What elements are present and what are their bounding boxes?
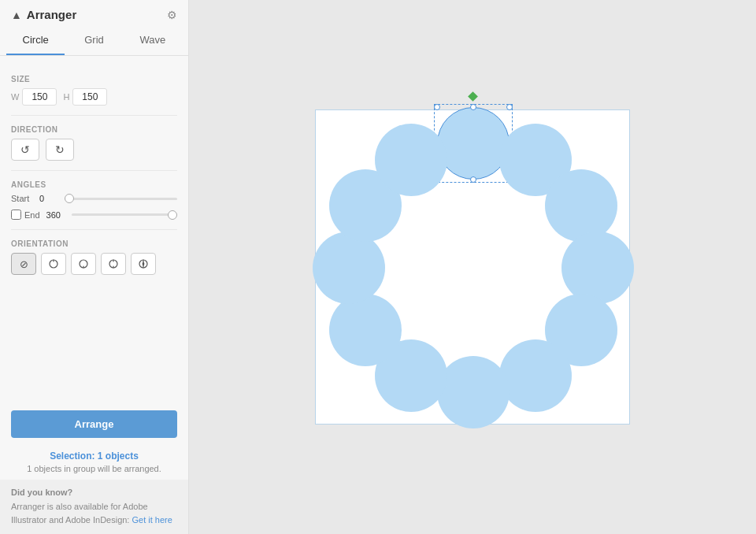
height-group: H [63, 88, 107, 106]
dyk-text: Arranger is also available for Adobe Ill… [11, 500, 177, 526]
ccw-button[interactable]: ↺ [11, 139, 39, 161]
handle-6[interactable] [470, 176, 476, 183]
orientation-row: ⊘ [11, 253, 177, 275]
tab-grid[interactable]: Grid [65, 28, 123, 55]
width-input[interactable] [22, 88, 57, 106]
sidebar: ▲ Arranger ⚙ Circle Grid Wave SIZE W H D… [0, 0, 189, 534]
cw-button[interactable]: ↻ [46, 139, 74, 161]
end-label: End [24, 210, 40, 220]
direction-row: ↺ ↻ [11, 139, 177, 161]
circle-object-6[interactable] [437, 356, 510, 428]
svg-marker-9 [143, 261, 145, 264]
header-title-row: ▲ Arranger [11, 8, 76, 21]
did-you-know: Did you know? Arranger is also available… [0, 480, 188, 534]
tab-wave[interactable]: Wave [124, 28, 182, 55]
end-value: 360 [46, 210, 65, 220]
start-angle-row: Start 0 [11, 194, 177, 203]
orient-inward-button[interactable] [131, 253, 156, 275]
size-section-label: SIZE [11, 75, 177, 83]
width-label: W [11, 92, 19, 102]
settings-icon[interactable]: ⚙ [167, 9, 177, 21]
start-angle-slider[interactable] [65, 198, 177, 200]
selection-info: Selection: 1 objects 1 objects in group … [0, 444, 188, 480]
svg-marker-10 [143, 264, 145, 266]
circle-object-8[interactable] [329, 294, 402, 366]
divider-2 [11, 170, 177, 171]
dyk-title: Did you know? [11, 488, 177, 497]
orient-down-button[interactable] [71, 253, 96, 275]
end-angle-row: End 360 [11, 210, 177, 220]
circle-object-9[interactable] [313, 232, 385, 304]
height-input[interactable] [72, 88, 107, 106]
end-checkbox-label: End [11, 210, 40, 220]
orient-up-button[interactable] [41, 253, 66, 275]
header: ▲ Arranger ⚙ [0, 0, 188, 28]
selection-detail: 1 objects in group will be arranged. [11, 464, 177, 473]
circle-object-0[interactable] [437, 107, 510, 180]
app-title: Arranger [27, 8, 76, 21]
handle-2[interactable] [506, 104, 513, 110]
angles-section-label: ANGLES [11, 180, 177, 189]
canvas[interactable] [315, 109, 630, 425]
tab-circle[interactable]: Circle [6, 28, 65, 55]
orient-none-button[interactable]: ⊘ [11, 253, 36, 275]
circle-object-2[interactable] [545, 169, 617, 242]
width-group: W [11, 88, 57, 106]
main-canvas-area [189, 0, 756, 534]
circle-object-3[interactable] [561, 232, 634, 304]
end-angle-slider[interactable] [72, 213, 177, 216]
start-value: 0 [39, 194, 58, 203]
start-label: Start [11, 194, 33, 203]
dyk-link[interactable]: Get it here [132, 515, 172, 525]
selection-title: Selection: 1 objects [11, 451, 177, 462]
end-checkbox[interactable] [11, 210, 21, 220]
divider-1 [11, 115, 177, 116]
direction-section-label: DIRECTION [11, 125, 177, 134]
diamond-handle[interactable] [468, 91, 478, 102]
arranger-logo-icon: ▲ [11, 9, 22, 21]
divider-3 [11, 229, 177, 230]
height-label: H [63, 92, 69, 102]
dyk-body-text: Arranger is also available for Adobe Ill… [11, 502, 148, 525]
sidebar-content: SIZE W H DIRECTION ↺ ↻ ANGLES Start 0 [0, 56, 188, 398]
handle-0[interactable] [434, 104, 440, 110]
circle-object-11[interactable] [375, 124, 447, 196]
circle-object-5[interactable] [499, 339, 572, 412]
arrange-button[interactable]: Arrange [11, 410, 177, 438]
orientation-section-label: ORIENTATION [11, 239, 177, 248]
handle-1[interactable] [470, 104, 476, 110]
tabs-container: Circle Grid Wave [0, 28, 188, 56]
orient-both-button[interactable] [101, 253, 126, 275]
size-row: W H [11, 88, 177, 106]
